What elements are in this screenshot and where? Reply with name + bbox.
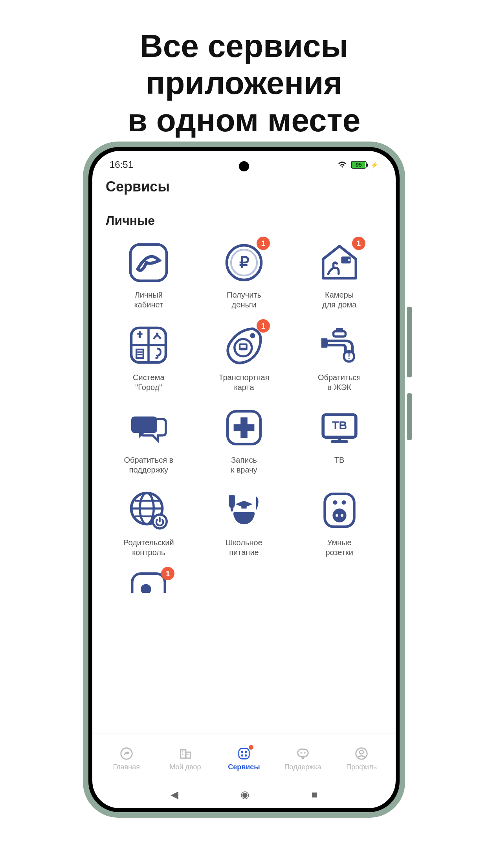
promo-headline: Все сервисы приложения в одном месте [0,28,488,139]
transport-card-icon: 1 [220,322,268,369]
svg-point-42 [341,500,346,505]
svg-rect-52 [182,754,183,755]
nav-yard[interactable]: Мой двор [156,746,215,771]
svg-point-14 [250,333,255,338]
nav-label: Поддержка [284,763,321,771]
nav-label: Профиль [346,763,377,771]
svg-point-5 [348,259,350,261]
side-button [407,307,412,377]
service-tile-smart-socket[interactable]: Умные розетки [293,484,385,561]
service-label: Транспортная карта [218,373,269,392]
nav-label: Мой двор [169,763,201,771]
service-label: Получить деньги [227,290,261,310]
globe-power-icon [125,487,172,534]
service-label: Камеры для дома [322,290,356,310]
recent-button[interactable]: ■ [311,789,317,801]
svg-rect-39 [241,507,246,508]
svg-point-60 [300,752,302,754]
support-nav-icon [295,746,311,761]
svg-point-61 [304,752,305,754]
service-tile-school-meal[interactable]: Школьное питание [198,484,290,561]
service-tile-medical-plus[interactable]: Запись к врачу [198,401,290,478]
notification-badge: 1 [161,567,174,580]
svg-text:!: ! [348,352,350,360]
svg-rect-50 [186,752,190,758]
wifi-icon [338,161,347,169]
home-nav-icon [119,746,134,761]
service-tile-faucet-alert[interactable]: !Обратиться в ЖЭК [293,318,385,395]
svg-rect-54 [239,748,250,759]
service-label: Система "Город" [133,373,165,392]
svg-point-58 [245,754,247,757]
faucet-alert-icon: ! [316,322,363,369]
service-tile-ruble-coin[interactable]: ₽1Получить деньги [198,236,290,313]
nav-profile[interactable]: Профиль [332,746,391,771]
svg-point-43 [332,509,346,522]
chat-question-icon: ? [125,404,172,451]
svg-text:ТВ: ТВ [332,419,347,432]
nav-dot [249,745,253,750]
svg-point-45 [341,514,343,517]
svg-rect-59 [297,749,308,757]
svg-rect-22 [321,338,327,348]
service-tile-transport-card[interactable]: 1Транспортная карта [198,318,290,395]
ruble-coin-icon: ₽1 [220,239,268,286]
notification-badge: 1 [257,319,270,333]
partial-icon: 1 [125,569,172,593]
battery-icon: 95 [351,161,367,169]
side-button [407,393,412,440]
svg-point-19 [245,350,246,352]
system-nav: ◀ ◉ ■ [92,781,396,808]
school-meal-icon [220,487,268,534]
device-frame: 16:51 95 ⚡ Сервисы Личные Личный кабинет… [83,142,405,818]
svg-point-41 [333,500,337,505]
service-label: Школьное питание [226,538,262,557]
camera-hole [239,161,249,171]
service-label: Обратиться в поддержку [124,455,173,475]
service-label: Личный кабинет [134,290,163,310]
city-grid-icon [125,322,172,369]
service-label: ТВ [334,455,345,475]
nav-services[interactable]: Сервисы [215,746,273,771]
status-time: 16:51 [110,159,133,170]
account-s-icon [125,239,172,286]
charge-icon: ⚡ [371,161,378,169]
nav-support[interactable]: Поддержка [273,746,332,771]
notification-badge: 1 [352,237,365,250]
svg-rect-28 [234,424,255,431]
bottom-nav: ГлавнаяМой дворСервисыПоддержкаПрофиль [92,734,396,781]
svg-rect-21 [333,331,345,337]
service-tile-globe-power[interactable]: Родительский контроль [103,484,195,561]
svg-rect-17 [240,345,246,348]
service-label: Запись к врачу [231,455,257,475]
profile-nav-icon [354,746,369,761]
service-tile-chat-question[interactable]: ?Обратиться в поддержку [103,401,195,478]
svg-point-57 [241,754,243,757]
svg-point-44 [336,514,338,517]
home-camera-icon: 1 [316,239,363,286]
svg-point-47 [141,584,151,593]
section-title: Личные [92,204,396,232]
svg-point-18 [240,350,241,352]
page-title: Сервисы [106,178,382,195]
tv-icon: ТВ [316,404,363,451]
services-grid: Личный кабинет₽1Получить деньги1Камеры д… [92,232,396,734]
home-button[interactable]: ◉ [240,789,250,801]
page-header: Сервисы [92,178,396,204]
service-label: Умные розетки [325,538,353,557]
svg-point-56 [245,750,247,753]
nav-home[interactable]: Главная [97,746,156,771]
svg-point-63 [360,750,363,754]
service-tile-account-s[interactable]: Личный кабинет [103,236,195,313]
service-tile-partial[interactable]: 1 [103,566,195,594]
service-tile-home-camera[interactable]: 1Камеры для дома [293,236,385,313]
service-tile-city-grid[interactable]: Система "Город" [103,318,195,395]
nav-label: Главная [113,763,140,771]
smart-socket-icon [316,487,363,534]
svg-point-10 [156,333,159,335]
nav-label: Сервисы [228,763,260,771]
back-button[interactable]: ◀ [171,789,178,801]
yard-nav-icon [177,746,193,761]
service-label: Обратиться в ЖЭК [318,373,361,392]
service-tile-tv[interactable]: ТВТВ [293,401,385,478]
